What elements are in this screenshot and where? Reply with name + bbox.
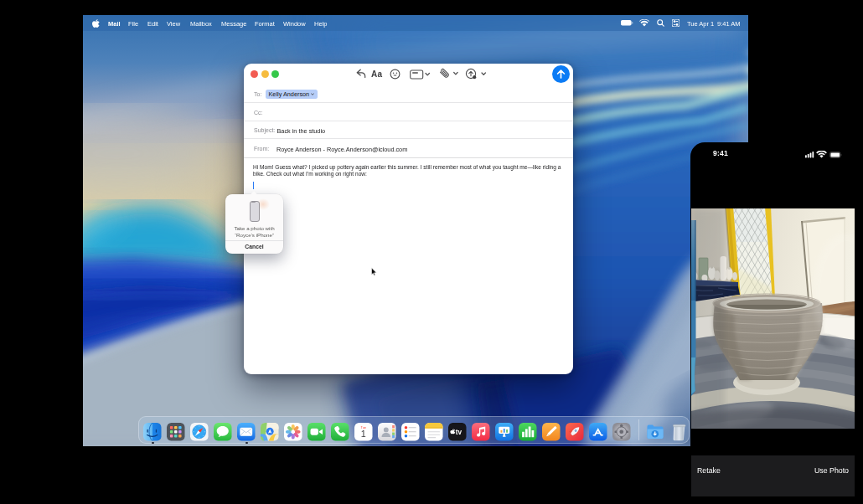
svg-text:tv: tv: [456, 429, 463, 436]
svg-text:1: 1: [361, 429, 366, 439]
